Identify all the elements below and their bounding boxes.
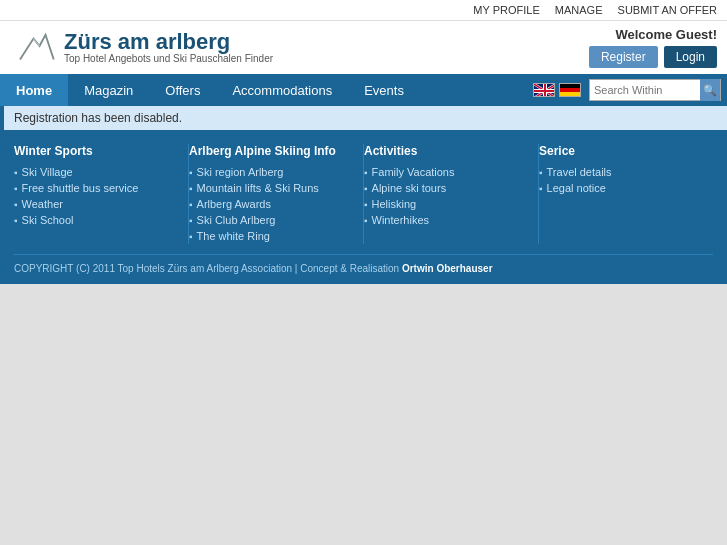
footer-col-list-item[interactable]: Weather (14, 196, 178, 212)
logo-title-part1: Zürs am (64, 29, 156, 54)
submit-offer-link[interactable]: SUBMIT AN OFFER (618, 4, 717, 16)
copyright-text: COPYRIGHT (C) 2011 Top Hotels Zürs am Ar… (14, 263, 493, 274)
footer-column: Arlberg Alpine Skiing InfoSki region Arl… (189, 144, 364, 244)
footer-col-list-item[interactable]: Family Vacations (364, 164, 528, 180)
logo-text: Zürs am arlberg Top Hotel Angebots und S… (64, 31, 273, 64)
logo-container: Zürs am arlberg Top Hotel Angebots und S… (10, 31, 273, 64)
navbar: HomeMagazinOffersAccommodationsEvents 🔍 (0, 74, 727, 106)
notice-bar: Registration has been disabled. (0, 106, 727, 130)
nav-tab-home[interactable]: Home (0, 74, 68, 106)
footer-column: SericeTravel detailsLegal notice (539, 144, 713, 244)
footer-col-title: Winter Sports (14, 144, 178, 158)
flag-german-icon[interactable] (559, 83, 581, 97)
footer-col-list-item[interactable]: Ski region Arlberg (189, 164, 353, 180)
flag-english-icon[interactable] (533, 83, 555, 97)
main-footer: Winter SportsSki VillageFree shuttle bus… (0, 130, 727, 284)
footer-col-title: Activities (364, 144, 528, 158)
search-input[interactable] (590, 84, 700, 96)
footer-column: ActivitiesFamily VacationsAlpine ski tou… (364, 144, 539, 244)
login-button[interactable]: Login (664, 46, 717, 68)
mountain-logo-icon (10, 31, 60, 61)
register-button[interactable]: Register (589, 46, 658, 68)
top-bar: MY PROFILE MANAGE SUBMIT AN OFFER (0, 0, 727, 21)
nav-flags (533, 83, 581, 97)
footer-col-list-item[interactable]: Ski Village (14, 164, 178, 180)
footer-col-list: Travel detailsLegal notice (539, 164, 703, 196)
footer-col-list-item[interactable]: Alpine ski tours (364, 180, 528, 196)
footer-col-list: Family VacationsAlpine ski toursHeliskin… (364, 164, 528, 228)
notice-message: Registration has been disabled. (14, 111, 182, 125)
search-box: 🔍 (589, 79, 721, 101)
nav-tab-magazin[interactable]: Magazin (68, 74, 149, 106)
footer-col-list-item[interactable]: Ski School (14, 212, 178, 228)
footer-col-list-item[interactable]: Winterhikes (364, 212, 528, 228)
footer-columns: Winter SportsSki VillageFree shuttle bus… (14, 144, 713, 244)
header-buttons: Register Login (589, 46, 717, 68)
footer-col-list: Ski region ArlbergMountain lifts & Ski R… (189, 164, 353, 244)
footer-col-list-item[interactable]: Legal notice (539, 180, 703, 196)
logo-title: Zürs am arlberg (64, 31, 273, 53)
nav-tabs: HomeMagazinOffersAccommodationsEvents (0, 74, 420, 106)
nav-tab-accommodations[interactable]: Accommodations (216, 74, 348, 106)
footer-col-list-item[interactable]: The white Ring (189, 228, 353, 244)
footer-column: Winter SportsSki VillageFree shuttle bus… (14, 144, 189, 244)
header: Zürs am arlberg Top Hotel Angebots und S… (0, 21, 727, 74)
footer-col-title: Arlberg Alpine Skiing Info (189, 144, 353, 158)
header-right: Welcome Guest! Register Login (589, 27, 717, 68)
search-button[interactable]: 🔍 (700, 79, 720, 101)
copyright-author: Ortwin Oberhauser (402, 263, 493, 274)
welcome-message: Welcome Guest! (589, 27, 717, 42)
logo-title-part2: arlberg (156, 29, 231, 54)
footer-col-list-item[interactable]: Ski Club Arlberg (189, 212, 353, 228)
nav-tab-offers[interactable]: Offers (149, 74, 216, 106)
footer-copyright: COPYRIGHT (C) 2011 Top Hotels Zürs am Ar… (14, 254, 713, 274)
my-profile-link[interactable]: MY PROFILE (473, 4, 539, 16)
logo-subtitle: Top Hotel Angebots und Ski Pauschalen Fi… (64, 53, 273, 64)
footer-col-list-item[interactable]: Helisking (364, 196, 528, 212)
svg-rect-8 (534, 90, 555, 92)
nav-tab-events[interactable]: Events (348, 74, 420, 106)
footer-col-list-item[interactable]: Arlberg Awards (189, 196, 353, 212)
footer-col-list: Ski VillageFree shuttle bus serviceWeath… (14, 164, 178, 228)
footer-col-list-item[interactable]: Mountain lifts & Ski Runs (189, 180, 353, 196)
footer-col-list-item[interactable]: Travel details (539, 164, 703, 180)
footer-col-list-item[interactable]: Free shuttle bus service (14, 180, 178, 196)
manage-link[interactable]: MANAGE (555, 4, 603, 16)
footer-col-title: Serice (539, 144, 703, 158)
